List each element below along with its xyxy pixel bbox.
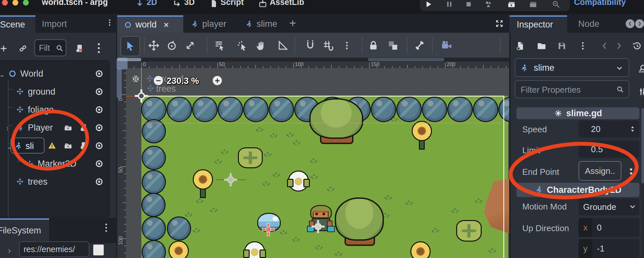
assign-button[interactable]: Assign.. — [579, 161, 621, 181]
expand-viewport-icon[interactable] — [493, 18, 506, 29]
tree-row-marker2d[interactable]: Marker2D — [0, 156, 108, 174]
snap-cursor-button[interactable] — [235, 38, 249, 53]
scene-filter-input[interactable]: Filt — [34, 39, 66, 56]
scale-tool-button[interactable] — [183, 38, 197, 53]
tab-import[interactable]: Import — [37, 15, 73, 33]
center-view-icon[interactable] — [131, 74, 141, 84]
tree-row-player[interactable]: ›Player — [0, 120, 108, 138]
scene-menu-dots-icon[interactable] — [98, 43, 100, 45]
scene-tab-player[interactable]: player — [184, 15, 238, 33]
v-scrollbar-corner[interactable] — [116, 58, 128, 69]
visibility-eye-icon[interactable] — [94, 177, 104, 187]
dock-tabs-left-dots-icon[interactable] — [105, 18, 114, 28]
filesystem-menu-dots-icon[interactable] — [105, 224, 107, 225]
menu-script[interactable]: Script — [221, 0, 244, 7]
visibility-eye-icon[interactable] — [94, 87, 104, 97]
new-resource-icon[interactable] — [515, 41, 526, 51]
up-direction-x-field[interactable]: x 0 — [579, 218, 639, 237]
tab-node[interactable]: Node — [571, 15, 607, 33]
lock-button[interactable] — [366, 38, 381, 53]
menu-assetlib[interactable]: AssetLib — [270, 0, 304, 7]
viewport-2d[interactable]: groundtrees−230.3 %+ — [126, 68, 509, 258]
rename-node-input[interactable]: sli — [10, 138, 45, 154]
zoom-in-button[interactable]: + — [213, 76, 222, 85]
snap-options-button[interactable] — [340, 38, 354, 53]
load-resource-icon[interactable] — [536, 41, 547, 51]
script-icon[interactable] — [78, 123, 88, 132]
detach-script-icon[interactable] — [74, 42, 84, 55]
h-scrollbar[interactable] — [117, 58, 509, 62]
measure-tool-button[interactable] — [275, 38, 290, 53]
tree-row-ground[interactable]: ground — [0, 84, 108, 101]
tree-row-sli[interactable]: ⌄sli — [0, 138, 108, 156]
inspector-scrollbar-grabber[interactable] — [641, 108, 644, 183]
zoom-percent-label[interactable]: 230.3 % — [167, 76, 199, 86]
spinner-icon[interactable] — [628, 122, 637, 136]
manage-properties-icon[interactable] — [637, 87, 644, 97]
resource-menu-dots-icon[interactable] — [578, 41, 588, 51]
tab-inspector[interactable]: Inspector — [510, 15, 567, 33]
menu-2d[interactable]: 2D — [147, 0, 157, 7]
history-forward-icon[interactable] — [614, 41, 624, 51]
node-selector[interactable]: slime — [515, 58, 629, 77]
warning-icon[interactable] — [47, 141, 57, 150]
new-scene-tab-button[interactable]: + — [289, 16, 296, 30]
class-section-header[interactable]: CharacterBody2D — [516, 183, 639, 197]
motion-mode-dropdown[interactable]: Grounde — [579, 198, 639, 215]
stop-button[interactable] — [464, 0, 474, 9]
filter-properties-input[interactable]: Filter Properties — [515, 80, 629, 98]
v-scrollbar-grabber[interactable] — [116, 68, 122, 98]
doc-search-icon[interactable]: DOC — [637, 64, 644, 74]
inspector-scrollbar[interactable] — [641, 98, 644, 258]
visibility-eye-icon[interactable] — [94, 105, 104, 115]
visibility-eye-icon[interactable] — [94, 159, 104, 169]
bone-button[interactable] — [412, 38, 427, 53]
h-scrollbar-page[interactable] — [368, 58, 444, 61]
save-resource-icon[interactable] — [557, 41, 567, 51]
script-section-header[interactable]: slime.gd — [516, 107, 639, 119]
player-origin-gizmo[interactable] — [312, 220, 325, 233]
up-direction-y-field[interactable]: y -1 — [579, 239, 639, 258]
smart-snap-button[interactable] — [303, 38, 317, 53]
history-forward-circle-icon[interactable] — [635, 19, 644, 28]
tree-row-world[interactable]: ⌄World — [0, 66, 108, 83]
script-icon[interactable] — [78, 141, 88, 150]
history-icon[interactable] — [632, 41, 642, 51]
instance-scene-link-icon[interactable] — [18, 42, 27, 55]
history-back-icon[interactable] — [599, 41, 610, 51]
marker2d-gizmo[interactable] — [262, 224, 274, 235]
file-thumbnail[interactable] — [93, 245, 104, 255]
movie-maker-button[interactable] — [484, 0, 493, 9]
add-node-icon[interactable] — [0, 42, 8, 55]
pause-button[interactable] — [444, 0, 454, 9]
pan-tool-button[interactable] — [254, 38, 268, 53]
list-select-button[interactable] — [212, 38, 227, 53]
scene-tab-world[interactable]: world — [117, 15, 183, 33]
path-field[interactable]: res://enemies/ — [19, 241, 89, 257]
instanced-scene-icon[interactable] — [63, 123, 73, 132]
instanced-scene-icon[interactable] — [63, 141, 73, 150]
movie-reel-button[interactable] — [551, 0, 561, 9]
move-tool-button[interactable] — [147, 38, 161, 53]
endpoint-menu-dots-icon[interactable] — [630, 168, 632, 171]
camera-override-button[interactable] — [439, 38, 454, 53]
collapse-icon[interactable]: ⌄ — [0, 70, 5, 79]
renderer-label[interactable]: Compatibility — [574, 0, 626, 7]
history-back-circle-icon[interactable] — [626, 19, 635, 28]
play-button[interactable] — [423, 0, 433, 9]
tab-filesystem[interactable]: FileSystem — [0, 218, 49, 243]
menu-3d[interactable]: 3D — [184, 0, 195, 7]
forward-icon[interactable]: › — [8, 245, 11, 256]
zoom-out-button[interactable]: − — [154, 76, 163, 85]
tree-row-foliage[interactable]: foliage — [0, 102, 108, 120]
tab-scene[interactable]: Scene — [0, 15, 35, 33]
back-icon[interactable]: ‹ — [0, 245, 0, 256]
limit-field[interactable]: 0.5 — [579, 141, 639, 158]
tree-row-trees[interactable]: trees — [0, 174, 108, 192]
visibility-eye-icon[interactable] — [94, 123, 104, 133]
grid-snap-button[interactable] — [321, 38, 335, 53]
select-tool-button[interactable] — [120, 36, 140, 56]
selection-gizmo[interactable] — [224, 173, 237, 186]
group-button[interactable] — [386, 38, 400, 53]
close-tab-icon[interactable] — [162, 21, 170, 29]
